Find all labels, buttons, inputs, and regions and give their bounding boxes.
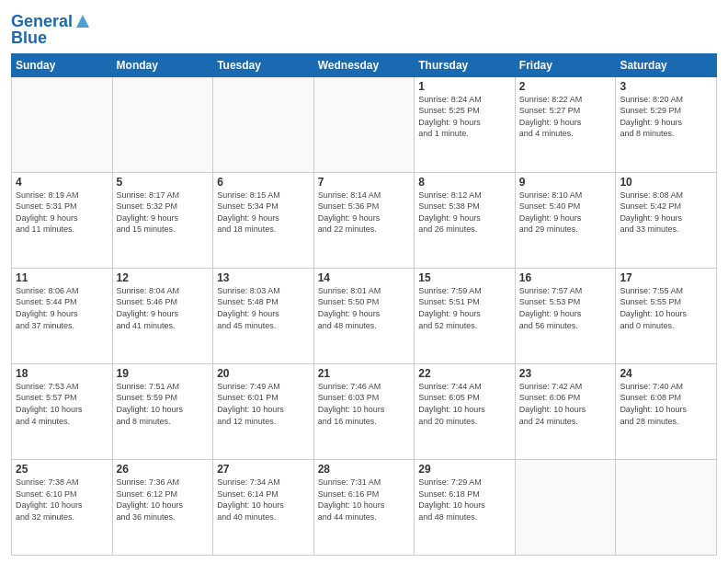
calendar-cell: 24Sunrise: 7:40 AM Sunset: 6:08 PM Dayli…: [616, 363, 717, 459]
calendar-cell: 2Sunrise: 8:22 AM Sunset: 5:27 PM Daylig…: [515, 76, 616, 172]
calendar-cell: 7Sunrise: 8:14 AM Sunset: 5:36 PM Daylig…: [313, 172, 415, 268]
day-info: Sunrise: 8:10 AM Sunset: 5:40 PM Dayligh…: [519, 190, 612, 236]
calendar-cell: [313, 76, 415, 172]
day-info: Sunrise: 7:57 AM Sunset: 5:53 PM Dayligh…: [519, 285, 612, 331]
day-info: Sunrise: 8:17 AM Sunset: 5:32 PM Dayligh…: [117, 190, 210, 236]
day-info: Sunrise: 8:15 AM Sunset: 5:34 PM Dayligh…: [217, 190, 310, 236]
calendar-cell: [12, 76, 113, 172]
day-header-thursday: Thursday: [415, 53, 516, 76]
day-info: Sunrise: 7:31 AM Sunset: 6:16 PM Dayligh…: [318, 477, 411, 523]
day-header-monday: Monday: [112, 53, 213, 76]
calendar-cell: 19Sunrise: 7:51 AM Sunset: 5:59 PM Dayli…: [112, 363, 213, 459]
day-number: 20: [217, 367, 310, 380]
day-info: Sunrise: 7:42 AM Sunset: 6:06 PM Dayligh…: [519, 381, 612, 427]
calendar-cell: 8Sunrise: 8:12 AM Sunset: 5:38 PM Daylig…: [415, 172, 516, 268]
calendar-cell: 4Sunrise: 8:19 AM Sunset: 5:31 PM Daylig…: [12, 172, 113, 268]
calendar-cell: 28Sunrise: 7:31 AM Sunset: 6:16 PM Dayli…: [313, 459, 415, 555]
day-number: 27: [217, 463, 310, 476]
calendar-cell: 15Sunrise: 7:59 AM Sunset: 5:51 PM Dayli…: [415, 268, 516, 363]
day-number: 29: [418, 463, 511, 476]
day-number: 6: [217, 176, 310, 189]
day-info: Sunrise: 7:29 AM Sunset: 6:18 PM Dayligh…: [418, 477, 511, 523]
calendar-cell: 14Sunrise: 8:01 AM Sunset: 5:50 PM Dayli…: [313, 268, 415, 363]
day-info: Sunrise: 8:06 AM Sunset: 5:44 PM Dayligh…: [16, 285, 108, 331]
calendar-header-row: SundayMondayTuesdayWednesdayThursdayFrid…: [12, 53, 717, 76]
day-number: 1: [418, 80, 511, 93]
day-info: Sunrise: 8:12 AM Sunset: 5:38 PM Dayligh…: [418, 190, 511, 236]
day-info: Sunrise: 7:34 AM Sunset: 6:14 PM Dayligh…: [217, 477, 310, 523]
day-info: Sunrise: 7:51 AM Sunset: 5:59 PM Dayligh…: [117, 381, 210, 427]
day-number: 9: [519, 176, 612, 189]
day-number: 18: [16, 367, 108, 380]
day-number: 4: [16, 176, 108, 189]
day-number: 26: [117, 463, 210, 476]
day-number: 14: [318, 271, 411, 284]
logo-triangle-icon: [74, 13, 91, 29]
day-info: Sunrise: 7:46 AM Sunset: 6:03 PM Dayligh…: [318, 381, 411, 427]
day-number: 7: [318, 176, 411, 189]
calendar-cell: 26Sunrise: 7:36 AM Sunset: 6:12 PM Dayli…: [112, 459, 213, 555]
day-number: 24: [620, 367, 712, 380]
day-info: Sunrise: 7:53 AM Sunset: 5:57 PM Dayligh…: [16, 381, 108, 427]
day-header-sunday: Sunday: [12, 53, 113, 76]
calendar-cell: 25Sunrise: 7:38 AM Sunset: 6:10 PM Dayli…: [12, 459, 113, 555]
day-header-wednesday: Wednesday: [313, 53, 415, 76]
day-info: Sunrise: 7:49 AM Sunset: 6:01 PM Dayligh…: [217, 381, 310, 427]
svg-marker-0: [76, 15, 89, 28]
calendar-cell: 3Sunrise: 8:20 AM Sunset: 5:29 PM Daylig…: [616, 76, 717, 172]
calendar-cell: 16Sunrise: 7:57 AM Sunset: 5:53 PM Dayli…: [515, 268, 616, 363]
day-info: Sunrise: 8:24 AM Sunset: 5:25 PM Dayligh…: [418, 94, 511, 140]
calendar-cell: 5Sunrise: 8:17 AM Sunset: 5:32 PM Daylig…: [112, 172, 213, 268]
calendar-week-5: 25Sunrise: 7:38 AM Sunset: 6:10 PM Dayli…: [12, 459, 717, 555]
day-header-saturday: Saturday: [616, 53, 717, 76]
day-info: Sunrise: 7:44 AM Sunset: 6:05 PM Dayligh…: [418, 381, 511, 427]
calendar-cell: 23Sunrise: 7:42 AM Sunset: 6:06 PM Dayli…: [515, 363, 616, 459]
calendar-cell: 18Sunrise: 7:53 AM Sunset: 5:57 PM Dayli…: [12, 363, 113, 459]
calendar-week-2: 4Sunrise: 8:19 AM Sunset: 5:31 PM Daylig…: [12, 172, 717, 268]
day-number: 16: [519, 271, 612, 284]
day-number: 5: [117, 176, 210, 189]
calendar-cell: 27Sunrise: 7:34 AM Sunset: 6:14 PM Dayli…: [213, 459, 314, 555]
day-info: Sunrise: 8:19 AM Sunset: 5:31 PM Dayligh…: [16, 190, 108, 236]
day-number: 15: [418, 271, 511, 284]
day-info: Sunrise: 8:20 AM Sunset: 5:29 PM Dayligh…: [620, 94, 712, 140]
day-info: Sunrise: 8:03 AM Sunset: 5:48 PM Dayligh…: [217, 285, 310, 331]
day-number: 28: [318, 463, 411, 476]
day-info: Sunrise: 8:08 AM Sunset: 5:42 PM Dayligh…: [620, 190, 712, 236]
calendar-cell: 9Sunrise: 8:10 AM Sunset: 5:40 PM Daylig…: [515, 172, 616, 268]
day-number: 2: [519, 80, 612, 93]
day-number: 11: [16, 271, 108, 284]
calendar-cell: [112, 76, 213, 172]
day-number: 25: [16, 463, 108, 476]
calendar-cell: 21Sunrise: 7:46 AM Sunset: 6:03 PM Dayli…: [313, 363, 415, 459]
calendar-cell: 10Sunrise: 8:08 AM Sunset: 5:42 PM Dayli…: [616, 172, 717, 268]
day-info: Sunrise: 7:40 AM Sunset: 6:08 PM Dayligh…: [620, 381, 712, 427]
calendar-cell: 12Sunrise: 8:04 AM Sunset: 5:46 PM Dayli…: [112, 268, 213, 363]
day-info: Sunrise: 8:01 AM Sunset: 5:50 PM Dayligh…: [318, 285, 411, 331]
calendar-cell: 20Sunrise: 7:49 AM Sunset: 6:01 PM Dayli…: [213, 363, 314, 459]
calendar-cell: 29Sunrise: 7:29 AM Sunset: 6:18 PM Dayli…: [415, 459, 516, 555]
calendar-cell: 22Sunrise: 7:44 AM Sunset: 6:05 PM Dayli…: [415, 363, 516, 459]
day-info: Sunrise: 7:38 AM Sunset: 6:10 PM Dayligh…: [16, 477, 108, 523]
calendar-cell: [515, 459, 616, 555]
day-number: 19: [117, 367, 210, 380]
calendar-cell: 17Sunrise: 7:55 AM Sunset: 5:55 PM Dayli…: [616, 268, 717, 363]
day-header-friday: Friday: [515, 53, 616, 76]
day-number: 22: [418, 367, 511, 380]
calendar-cell: 13Sunrise: 8:03 AM Sunset: 5:48 PM Dayli…: [213, 268, 314, 363]
day-number: 12: [117, 271, 210, 284]
day-info: Sunrise: 7:55 AM Sunset: 5:55 PM Dayligh…: [620, 285, 712, 331]
day-header-tuesday: Tuesday: [213, 53, 314, 76]
day-info: Sunrise: 8:22 AM Sunset: 5:27 PM Dayligh…: [519, 94, 612, 140]
calendar-week-4: 18Sunrise: 7:53 AM Sunset: 5:57 PM Dayli…: [12, 363, 717, 459]
calendar-cell: 11Sunrise: 8:06 AM Sunset: 5:44 PM Dayli…: [12, 268, 113, 363]
day-number: 23: [519, 367, 612, 380]
day-number: 8: [418, 176, 511, 189]
calendar-cell: [213, 76, 314, 172]
calendar-cell: 6Sunrise: 8:15 AM Sunset: 5:34 PM Daylig…: [213, 172, 314, 268]
day-info: Sunrise: 8:04 AM Sunset: 5:46 PM Dayligh…: [117, 285, 210, 331]
calendar-cell: [616, 459, 717, 555]
calendar-week-1: 1Sunrise: 8:24 AM Sunset: 5:25 PM Daylig…: [12, 76, 717, 172]
day-number: 13: [217, 271, 310, 284]
day-number: 21: [318, 367, 411, 380]
